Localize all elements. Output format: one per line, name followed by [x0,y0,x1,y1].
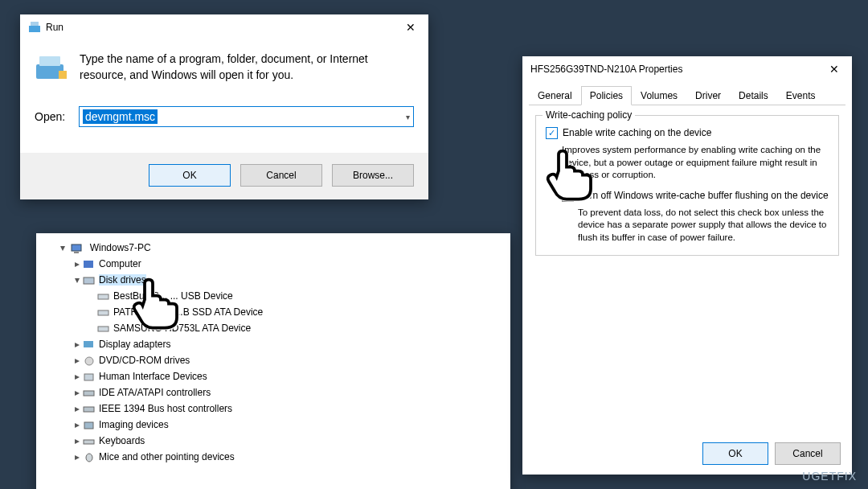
svg-rect-0 [29,26,40,32]
tab-general[interactable]: General [529,86,581,105]
expand-icon[interactable]: ▸ [73,417,81,433]
svg-rect-16 [84,407,94,412]
display-icon [83,339,96,351]
tree-item-drive[interactable]: PATRIOT M... ...B SSD ATA Device [88,304,502,320]
open-input[interactable]: devmgmt.msc ▾ [79,106,414,127]
expand-icon[interactable]: ▸ [73,336,81,352]
tree-item-computer[interactable]: ▸Computer [73,256,502,272]
tab-strip: General Policies Volumes Driver Details … [529,85,845,105]
tab-driver[interactable]: Driver [686,86,730,105]
dvd-icon [83,355,96,367]
svg-rect-8 [84,277,94,284]
enable-write-cache-checkbox[interactable]: ✓ [546,127,558,139]
group-title: Write-caching policy [542,109,635,121]
tree-item-disk-drives[interactable]: ▾Disk drives BestBuy G... ... USB Device… [73,272,502,336]
properties-dialog: HFS256G39TND-N210A Properties ✕ General … [522,56,852,475]
tree-item[interactable]: ▸IEEE 1394 Bus host controllers [73,401,502,417]
mouse-icon [83,452,96,463]
tab-events[interactable]: Events [777,86,825,105]
close-icon[interactable]: ✕ [821,61,847,77]
computer-icon [71,243,84,254]
tree-item[interactable]: ▸Mice and other pointing devices [73,449,502,465]
svg-rect-1 [31,22,39,26]
enable-write-cache-label: Enable write caching on the device [563,127,711,138]
drive-icon [97,291,110,302]
tree-item-drive[interactable]: SAMSUNG HD753L ATA Device [88,320,502,336]
cancel-button[interactable]: Cancel [240,164,322,187]
tab-policies[interactable]: Policies [581,86,632,105]
tree-item[interactable]: ▸IDE ATA/ATAPI controllers [73,384,502,401]
properties-title: HFS256G39TND-N210A Properties [530,64,821,75]
svg-rect-12 [84,341,93,347]
keyboard-icon [83,436,96,447]
tab-details[interactable]: Details [730,86,777,105]
tree-item[interactable]: ▸DVD/CD-ROM drives [73,352,502,368]
ok-button[interactable]: OK [149,164,231,187]
drive-icon [97,307,110,318]
svg-rect-7 [84,261,93,268]
svg-rect-14 [84,374,93,380]
pc-icon [83,259,96,270]
expand-icon[interactable]: ▸ [73,384,81,401]
run-description: Type the name of a program, folder, docu… [80,51,401,83]
svg-rect-10 [98,310,108,315]
device-manager-tree: ▾ Windows7-PC ▸Computer ▾Disk drives Bes… [36,233,510,489]
tree-root[interactable]: ▾ Windows7-PC ▸Computer ▾Disk drives Bes… [59,240,502,465]
svg-rect-5 [72,244,81,251]
svg-rect-15 [84,391,94,396]
properties-titlebar: HFS256G39TND-N210A Properties ✕ [522,56,852,82]
expand-icon[interactable]: ▸ [73,256,81,272]
expand-icon[interactable]: ▸ [73,352,81,368]
collapse-icon[interactable]: ▾ [73,272,81,288]
chevron-down-icon[interactable]: ▾ [406,113,410,121]
close-icon[interactable]: ✕ [398,19,424,35]
expand-icon[interactable]: ▸ [73,449,81,465]
svg-rect-17 [84,422,93,429]
cancel-button[interactable]: Cancel [775,442,841,465]
enable-write-cache-desc: Improves system performance by enabling … [562,144,829,182]
open-input-value: devmgmt.msc [83,109,158,124]
write-caching-group: Write-caching policy ✓ Enable write cach… [535,115,839,256]
run-dialog: Run ✕ Type the name of a program, folder… [20,14,428,199]
svg-rect-11 [98,327,108,331]
watermark: UGETFIX [802,470,857,483]
svg-rect-9 [98,294,108,299]
ide-icon [83,388,96,399]
browse-button[interactable]: Browse... [332,164,414,187]
tree-item-drive[interactable]: BestBuy G... ... USB Device [88,288,502,304]
svg-rect-6 [74,252,79,253]
drive-icon [97,323,110,335]
tree-item[interactable]: ▸Display adapters [73,336,502,352]
tree-item[interactable]: ▸Keyboards [73,433,502,449]
disk-icon [83,275,96,286]
run-big-icon [35,51,68,85]
svg-point-13 [85,357,93,365]
svg-rect-18 [84,440,94,444]
hid-icon [83,372,96,383]
svg-rect-4 [59,71,67,79]
expand-icon[interactable]: ▸ [73,401,81,417]
tree-item[interactable]: ▸Imaging devices [73,417,502,433]
run-title: Run [46,22,398,33]
turnoff-flush-label: Turn off Windows write-cache buffer flus… [579,190,829,201]
expand-icon[interactable]: ▸ [73,433,81,449]
run-button-row: OK Cancel Browse... [20,153,428,199]
tab-volumes[interactable]: Volumes [632,86,686,105]
run-app-icon [28,20,41,35]
expand-icon[interactable]: ▸ [73,368,81,384]
run-titlebar: Run ✕ [20,14,428,40]
tree-item[interactable]: ▸Human Interface Devices [73,368,502,384]
collapse-icon[interactable]: ▾ [59,240,67,256]
turnoff-flush-checkbox[interactable]: ✓ [562,190,574,202]
svg-point-19 [86,454,92,462]
ieee-icon [83,404,96,415]
ok-button[interactable]: OK [702,442,768,465]
turnoff-flush-desc: To prevent data loss, do not select this… [578,207,829,244]
open-label: Open: [35,110,71,123]
imaging-icon [83,420,96,431]
svg-rect-3 [39,56,60,66]
